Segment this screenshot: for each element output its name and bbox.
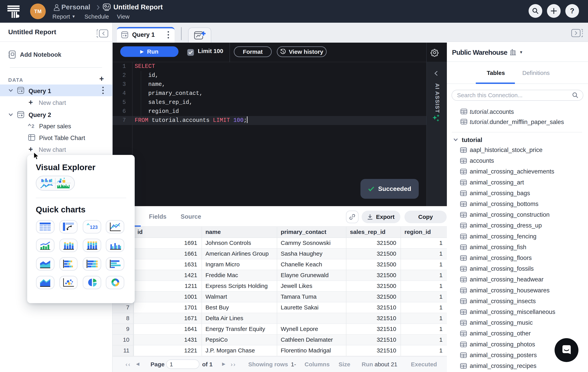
svg-text:123: 123	[90, 225, 98, 230]
svg-text:2: 2	[32, 123, 34, 128]
